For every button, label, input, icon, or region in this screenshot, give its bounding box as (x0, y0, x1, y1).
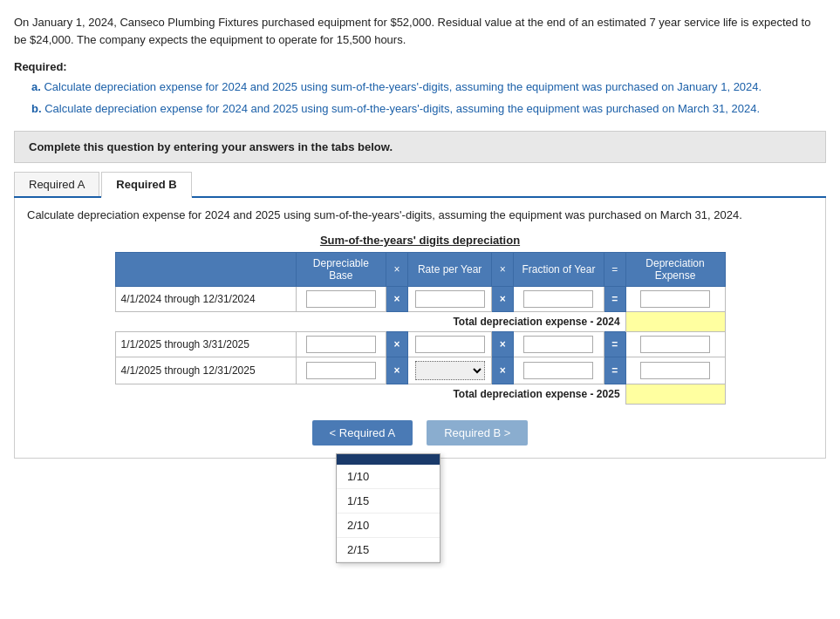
row4-op2: × (492, 357, 514, 384)
prev-button[interactable]: < Required A (312, 420, 413, 446)
row1-expense-cell (625, 287, 725, 312)
row4-rate-select[interactable]: 1/10 1/15 2/10 2/15 (415, 361, 485, 380)
th-eq: = (604, 253, 625, 287)
tab-required-a[interactable]: Required A (14, 172, 99, 196)
table-row: 4/1/2025 through 12/31/2025 × 1/10 1/15 … (115, 357, 725, 384)
total-2025-value (625, 384, 725, 405)
row3-eq: = (604, 332, 625, 357)
tab-b-desc-text: Calculate depreciation expense for 2024 … (27, 208, 742, 221)
dropdown-overlay: 1/10 1/15 2/10 2/15 (336, 453, 440, 473)
row3-fraction-cell (514, 332, 604, 357)
row1-expense-input[interactable] (640, 290, 710, 308)
th-empty (115, 253, 296, 287)
row4-base-cell (296, 357, 386, 384)
required-items-list: a. Calculate depreciation expense for 20… (31, 78, 826, 119)
row4-eq: = (604, 357, 625, 384)
table-row: 1/1/2025 through 3/31/2025 × × = (115, 332, 725, 357)
dropdown-option-1-10[interactable]: 1/10 (337, 465, 440, 473)
item-a-letter: a. (31, 80, 41, 93)
th-op2: × (492, 253, 514, 287)
th-rate-per-year: Rate per Year (408, 253, 492, 287)
total-2024-label: Total depreciation expense - 2024 (115, 312, 625, 332)
row1-fraction-cell (514, 287, 604, 312)
th-fraction-of-year: Fraction of Year (514, 253, 604, 287)
row1-eq: = (604, 287, 625, 312)
next-button-label: Required B > (444, 426, 510, 439)
th-depreciation-expense: Depreciation Expense (625, 253, 725, 287)
required-label: Required: (14, 60, 826, 73)
row4-op1: × (386, 357, 408, 384)
row4-expense-cell (625, 357, 725, 384)
complete-box-text: Complete this question by entering your … (29, 140, 393, 153)
tabs-row: Required A Required B (14, 172, 826, 198)
total-2025-row: Total depreciation expense - 2025 (115, 384, 725, 405)
row1-op2: × (492, 287, 514, 312)
total-2024-row: Total depreciation expense - 2024 (115, 312, 725, 332)
row3-base-input[interactable] (306, 336, 376, 353)
row3-rate-cell (408, 332, 492, 357)
tab-b-label: Required B (116, 178, 176, 191)
intro-paragraph: On January 1, 2024, Canseco Plumbing Fix… (14, 16, 810, 46)
total-2025-label: Total depreciation expense - 2025 (115, 384, 625, 405)
row1-op1: × (386, 287, 408, 312)
next-button[interactable]: Required B > (427, 420, 528, 446)
dropdown-header (337, 454, 440, 465)
row4-fraction-input[interactable] (523, 362, 593, 379)
row3-fraction-input[interactable] (523, 336, 593, 353)
tab-a-label: Required A (29, 178, 85, 191)
row4-expense-input[interactable] (640, 362, 710, 379)
row3-expense-cell (625, 332, 725, 357)
complete-box: Complete this question by entering your … (14, 131, 826, 163)
row3-rate-input[interactable] (415, 336, 485, 353)
row1-base-cell (296, 287, 386, 312)
required-item-b: b. Calculate depreciation expense for 20… (31, 100, 826, 119)
row3-expense-input[interactable] (640, 336, 710, 353)
row1-rate-input[interactable] (415, 290, 485, 308)
row1-base-input[interactable] (306, 290, 376, 308)
row1-rate-cell (408, 287, 492, 312)
tab-required-b[interactable]: Required B (101, 172, 191, 198)
row1-label: 4/1/2024 through 12/31/2024 (115, 287, 296, 312)
row3-label: 1/1/2025 through 3/31/2025 (115, 332, 296, 357)
item-b-text: Calculate depreciation expense for 2024 … (44, 102, 760, 115)
th-op1: × (386, 253, 408, 287)
row4-base-input[interactable] (306, 362, 376, 379)
row3-op1: × (386, 332, 408, 357)
th-depreciable-base: Depreciable Base (296, 253, 386, 287)
depreciation-table: Depreciable Base × Rate per Year × Fract… (115, 252, 726, 405)
row3-op2: × (492, 332, 514, 357)
row1-fraction-input[interactable] (523, 290, 593, 308)
tab-b-content: Calculate depreciation expense for 2024 … (14, 198, 826, 459)
table-row: 4/1/2024 through 12/31/2024 × × = (115, 287, 725, 312)
required-item-a: a. Calculate depreciation expense for 20… (31, 78, 826, 97)
row4-label: 4/1/2025 through 12/31/2025 (115, 357, 296, 384)
item-b-letter: b. (31, 102, 42, 115)
row3-base-cell (296, 332, 386, 357)
tab-b-description: Calculate depreciation expense for 2024 … (27, 207, 813, 224)
table-title: Sum-of-the-years' digits depreciation (27, 234, 813, 247)
intro-text: On January 1, 2024, Canseco Plumbing Fix… (14, 14, 826, 48)
item-a-text: Calculate depreciation expense for 2024 … (44, 80, 761, 93)
nav-buttons: < Required A Required B > (27, 420, 813, 446)
total-2024-value (625, 312, 725, 332)
row4-fraction-cell (514, 357, 604, 384)
prev-button-label: < Required A (330, 426, 396, 439)
row4-rate-cell: 1/10 1/15 2/10 2/15 (408, 357, 492, 384)
